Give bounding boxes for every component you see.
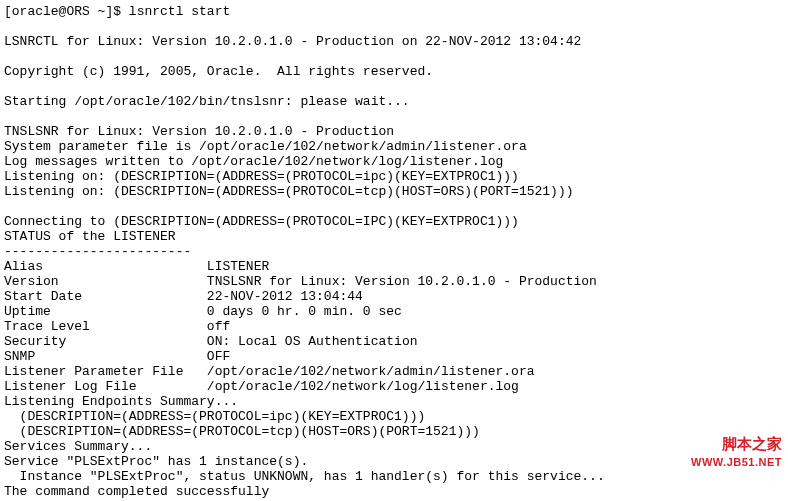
copyright-line: Copyright (c) 1991, 2005, Oracle. All ri… xyxy=(4,64,433,79)
status-row: Alias LISTENER xyxy=(4,259,269,274)
listening-line: Listening on: (DESCRIPTION=(ADDRESS=(PRO… xyxy=(4,169,519,184)
status-row: Listener Parameter File /opt/oracle/102/… xyxy=(4,364,535,379)
command-text: lsnrctl start xyxy=(129,4,230,19)
log-msgs-line: Log messages written to /opt/oracle/102/… xyxy=(4,154,503,169)
status-row: Trace Level off xyxy=(4,319,230,334)
service-line: Service "PLSExtProc" has 1 instance(s). xyxy=(4,454,308,469)
sys-param-line: System parameter file is /opt/oracle/102… xyxy=(4,139,527,154)
completed-line: The command completed successfully xyxy=(4,484,269,499)
status-row: Start Date 22-NOV-2012 13:04:44 xyxy=(4,289,363,304)
services-header: Services Summary... xyxy=(4,439,152,454)
tnslsnr-line: TNSLSNR for Linux: Version 10.2.0.1.0 - … xyxy=(4,124,394,139)
starting-line: Starting /opt/oracle/102/bin/tnslsnr: pl… xyxy=(4,94,410,109)
dashes-line: ------------------------ xyxy=(4,244,191,259)
instance-line: Instance "PLSExtProc", status UNKNOWN, h… xyxy=(4,469,605,484)
status-row: Version TNSLSNR for Linux: Version 10.2.… xyxy=(4,274,597,289)
listening-line: Listening on: (DESCRIPTION=(ADDRESS=(PRO… xyxy=(4,184,574,199)
endpoint-line: (DESCRIPTION=(ADDRESS=(PROTOCOL=ipc)(KEY… xyxy=(4,409,425,424)
endpoint-line: (DESCRIPTION=(ADDRESS=(PROTOCOL=tcp)(HOS… xyxy=(4,424,480,439)
status-row: SNMP OFF xyxy=(4,349,230,364)
status-row: Listener Log File /opt/oracle/102/networ… xyxy=(4,379,519,394)
status-header: STATUS of the LISTENER xyxy=(4,229,176,244)
endpoints-header: Listening Endpoints Summary... xyxy=(4,394,238,409)
banner-line: LSNRCTL for Linux: Version 10.2.0.1.0 - … xyxy=(4,34,581,49)
shell-prompt: [oracle@ORS ~]$ xyxy=(4,4,129,19)
terminal-output: [oracle@ORS ~]$ lsnrctl start LSNRCTL fo… xyxy=(0,0,788,501)
status-row: Security ON: Local OS Authentication xyxy=(4,334,418,349)
status-row: Uptime 0 days 0 hr. 0 min. 0 sec xyxy=(4,304,402,319)
connecting-line: Connecting to (DESCRIPTION=(ADDRESS=(PRO… xyxy=(4,214,519,229)
